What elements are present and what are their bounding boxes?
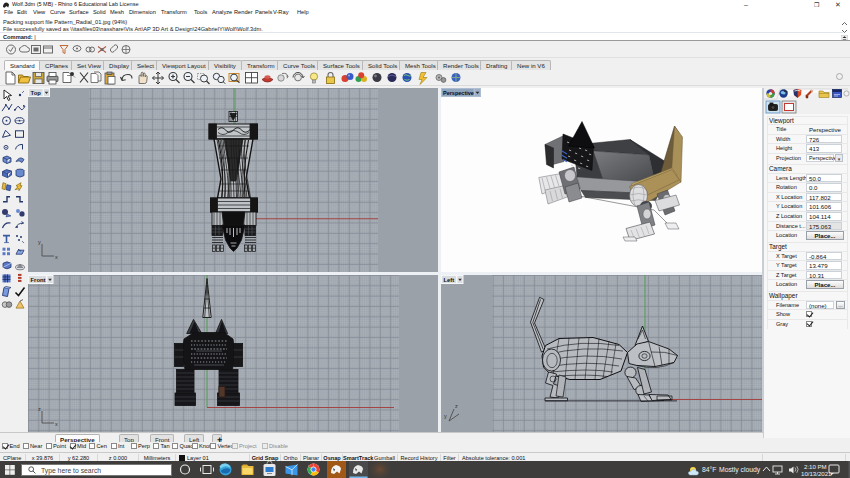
svg-text:y: y xyxy=(38,239,41,245)
svg-text:z: z xyxy=(38,406,41,412)
svg-text:84°F: 84°F xyxy=(702,466,716,473)
svg-text:Left: Left xyxy=(444,277,455,283)
svg-text:x: x xyxy=(55,421,58,427)
svg-text:2:10 PM: 2:10 PM xyxy=(804,463,827,470)
svg-text:10/13/2021: 10/13/2021 xyxy=(801,470,832,477)
svg-text:Mostly cloudy: Mostly cloudy xyxy=(719,466,761,474)
svg-text:x: x xyxy=(55,254,58,260)
svg-text:Front: Front xyxy=(31,277,46,283)
svg-text:z: z xyxy=(455,403,458,409)
svg-text:Perspective: Perspective xyxy=(443,90,474,96)
svg-text:Top: Top xyxy=(31,90,42,96)
svg-text:y: y xyxy=(444,413,447,419)
